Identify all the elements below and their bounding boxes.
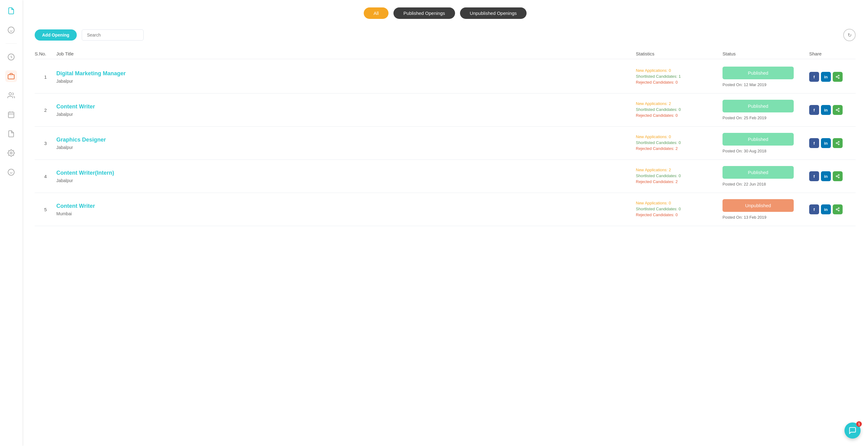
- svg-rect-4: [8, 75, 14, 79]
- status-col: Published Posted On: 30 Aug 2018: [722, 133, 809, 153]
- svg-line-28: [837, 142, 838, 143]
- chat-bubble[interactable]: 1: [844, 422, 861, 439]
- stat-shortlisted: Shortlisted Candidates: 0: [636, 173, 722, 178]
- row-number: 4: [35, 174, 56, 179]
- share-facebook-button[interactable]: f: [809, 171, 819, 181]
- svg-point-30: [836, 176, 837, 177]
- job-rows-container: 1 Digital Marketing Manager Jabalpur New…: [35, 60, 856, 226]
- svg-point-0: [8, 27, 14, 33]
- stat-shortlisted: Shortlisted Candidates: 0: [636, 207, 722, 211]
- status-badge[interactable]: Published: [722, 133, 794, 146]
- job-title[interactable]: Graphics Designer: [56, 137, 636, 143]
- svg-line-17: [837, 77, 838, 78]
- svg-point-35: [836, 209, 837, 210]
- settings-icon[interactable]: [5, 147, 17, 159]
- col-job-title: Job Title: [56, 51, 636, 56]
- share-general-button[interactable]: [833, 105, 843, 115]
- job-title[interactable]: Digital Marketing Manager: [56, 70, 636, 77]
- stat-rejected: Rejected Candidates: 0: [636, 80, 722, 85]
- share-facebook-button[interactable]: f: [809, 105, 819, 115]
- svg-point-5: [9, 93, 11, 95]
- face-icon[interactable]: [5, 24, 17, 36]
- share-col: f in: [809, 171, 856, 181]
- status-badge[interactable]: Published: [722, 67, 794, 79]
- status-badge[interactable]: Published: [722, 166, 794, 179]
- status-badge[interactable]: Published: [722, 100, 794, 113]
- svg-point-11: [8, 169, 14, 175]
- share-general-button[interactable]: [833, 138, 843, 148]
- emoji-icon[interactable]: [5, 166, 17, 178]
- stat-rejected: Rejected Candidates: 0: [636, 212, 722, 217]
- stat-new-applications: New Applications: 0: [636, 68, 722, 73]
- share-linkedin-button[interactable]: in: [821, 204, 831, 214]
- row-number: 1: [35, 74, 56, 80]
- tab-published[interactable]: Published Openings: [394, 7, 455, 19]
- share-linkedin-button[interactable]: in: [821, 138, 831, 148]
- calendar-icon[interactable]: [5, 109, 17, 120]
- stat-rejected: Rejected Candidates: 2: [636, 179, 722, 184]
- document-icon[interactable]: [5, 5, 17, 17]
- status-badge[interactable]: Unpublished: [722, 199, 794, 212]
- svg-point-25: [836, 143, 837, 144]
- stat-new-applications: New Applications: 2: [636, 168, 722, 172]
- share-facebook-button[interactable]: f: [809, 204, 819, 214]
- stat-new-applications: New Applications: 0: [636, 201, 722, 205]
- posted-date: Posted On: 13 Feb 2019: [722, 215, 809, 219]
- share-linkedin-button[interactable]: in: [821, 171, 831, 181]
- status-col: Published Posted On: 12 Mar 2019: [722, 67, 809, 87]
- row-number: 5: [35, 207, 56, 212]
- row-number: 3: [35, 141, 56, 146]
- tab-unpublished[interactable]: Unpublished Openings: [460, 7, 527, 19]
- svg-line-38: [837, 208, 838, 209]
- stat-shortlisted: Shortlisted Candidates: 1: [636, 74, 722, 79]
- row-number: 2: [35, 108, 56, 113]
- table-row: 1 Digital Marketing Manager Jabalpur New…: [35, 60, 856, 93]
- share-linkedin-button[interactable]: in: [821, 105, 831, 115]
- add-opening-button[interactable]: Add Opening: [35, 29, 77, 40]
- job-location: Jabalpur: [56, 79, 636, 84]
- share-general-button[interactable]: [833, 204, 843, 214]
- svg-line-37: [837, 210, 838, 210]
- refresh-button[interactable]: ↻: [843, 29, 856, 41]
- file-icon[interactable]: [5, 128, 17, 140]
- share-general-button[interactable]: [833, 72, 843, 82]
- share-facebook-button[interactable]: f: [809, 138, 819, 148]
- svg-point-29: [838, 174, 839, 176]
- stat-rejected: Rejected Candidates: 2: [636, 146, 722, 151]
- job-location: Mumbai: [56, 211, 636, 216]
- job-location: Jabalpur: [56, 112, 636, 117]
- job-title[interactable]: Content Writer(Intern): [56, 170, 636, 176]
- share-col: f in: [809, 204, 856, 214]
- search-input[interactable]: [82, 29, 144, 40]
- stat-new-applications: New Applications: 2: [636, 101, 722, 106]
- svg-line-32: [837, 177, 838, 177]
- stat-shortlisted: Shortlisted Candidates: 0: [636, 140, 722, 145]
- job-stats: New Applications: 2 Shortlisted Candidat…: [636, 168, 722, 185]
- briefcase-icon[interactable]: [5, 70, 17, 82]
- share-general-button[interactable]: [833, 171, 843, 181]
- job-info: Graphics Designer Jabalpur: [56, 137, 636, 150]
- job-title[interactable]: Content Writer: [56, 203, 636, 209]
- svg-rect-6: [8, 112, 14, 118]
- share-linkedin-button[interactable]: in: [821, 72, 831, 82]
- dashboard-icon[interactable]: [5, 51, 17, 63]
- job-location: Jabalpur: [56, 145, 636, 150]
- sidebar: [0, 0, 22, 446]
- col-statistics: Statistics: [636, 51, 722, 56]
- table-row: 5 Content Writer Mumbai New Applications…: [35, 193, 856, 226]
- tab-all[interactable]: All: [364, 7, 389, 19]
- svg-line-33: [837, 175, 838, 176]
- svg-point-16: [838, 78, 839, 79]
- svg-line-27: [837, 143, 838, 144]
- status-col: Unpublished Posted On: 13 Feb 2019: [722, 199, 809, 219]
- posted-date: Posted On: 25 Feb 2019: [722, 116, 809, 120]
- svg-point-34: [838, 208, 839, 209]
- svg-point-20: [836, 109, 837, 111]
- stat-rejected: Rejected Candidates: 0: [636, 113, 722, 118]
- col-status: Status: [722, 51, 809, 56]
- share-col: f in: [809, 105, 856, 115]
- col-share: Share: [809, 51, 856, 56]
- job-title[interactable]: Content Writer: [56, 103, 636, 110]
- contacts-icon[interactable]: [5, 90, 17, 101]
- share-facebook-button[interactable]: f: [809, 72, 819, 82]
